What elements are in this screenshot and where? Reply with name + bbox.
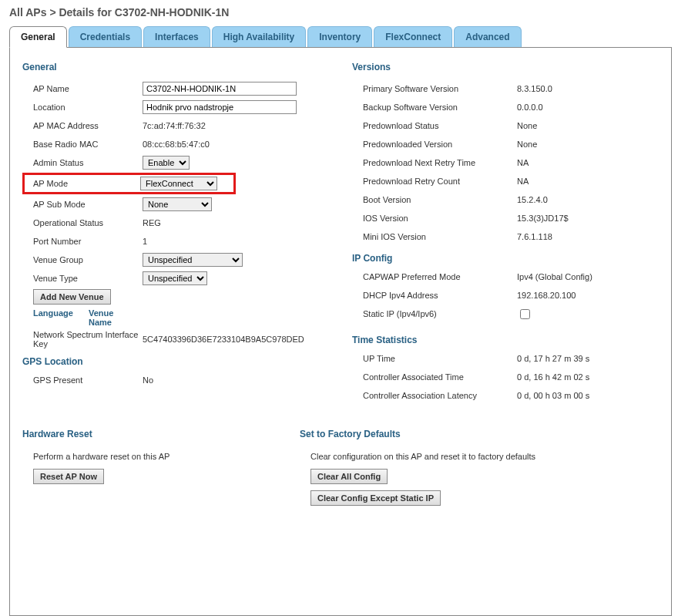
time-stats-title: Time Statistics (352, 335, 659, 345)
tabs: General Credentials Interfaces High Avai… (0, 26, 678, 48)
factory-defaults-section: Set to Factory Defaults Clear configurat… (300, 429, 577, 512)
uptime-label: UP Time (363, 354, 517, 363)
location-input[interactable] (143, 100, 297, 114)
assoc-time-label: Controller Associated Time (363, 372, 517, 382)
admin-status-select[interactable]: Enable (143, 156, 190, 170)
tab-advanced[interactable]: Advanced (454, 26, 521, 48)
ios-ver-value: 15.3(3)JD17$ (517, 214, 569, 223)
assoc-time-value: 0 d, 16 h 42 m 02 s (517, 372, 589, 382)
factory-defaults-desc: Clear configuration on this AP and reset… (300, 447, 577, 469)
venue-type-label: Venue Type (33, 274, 143, 283)
ap-mode-highlight: AP Mode FlexConnect (22, 173, 236, 194)
base-radio-value: 08:cc:68:b5:47:c0 (143, 140, 210, 149)
port-label: Port Number (33, 237, 143, 246)
breadcrumb: All APs > Details for C3702-NH-HODNIK-1N (0, 0, 678, 26)
mini-ios-label: Mini IOS Version (363, 232, 517, 241)
content-panel: General AP Name Location AP MAC Address … (9, 47, 672, 616)
assoc-latency-label: Controller Association Latency (363, 391, 517, 400)
venue-group-select[interactable]: Unspecified (143, 253, 243, 267)
clear-config-except-static-ip-button[interactable]: Clear Config Except Static IP (310, 490, 441, 506)
predl-status-label: Predownload Status (363, 121, 517, 130)
ap-name-label: AP Name (33, 84, 143, 93)
static-ip-checkbox[interactable] (520, 309, 530, 319)
backup-sw-value: 0.0.0.0 (517, 103, 543, 112)
capwap-label: CAPWAP Preferred Mode (363, 272, 517, 281)
ap-mac-value: 7c:ad:74:ff:76:32 (143, 121, 206, 130)
location-label: Location (33, 103, 143, 112)
base-radio-label: Base Radio MAC (33, 140, 143, 149)
clear-all-config-button[interactable]: Clear All Config (310, 469, 388, 484)
assoc-latency-value: 0 d, 00 h 03 m 00 s (517, 391, 589, 400)
op-status-label: Operational Status (33, 218, 143, 227)
venue-name-header: Venue Name (89, 308, 113, 327)
ap-mac-label: AP MAC Address (33, 121, 143, 130)
tab-general[interactable]: General (9, 26, 67, 48)
predl-retry-count-label: Predownload Retry Count (363, 177, 517, 186)
predl-retry-count-value: NA (517, 177, 529, 186)
admin-status-label: Admin Status (33, 158, 143, 167)
tab-inventory[interactable]: Inventory (307, 26, 372, 48)
static-ip-label: Static IP (Ipv4/Ipv6) (363, 309, 517, 318)
gps-present-label: GPS Present (33, 375, 143, 385)
predl-ver-label: Predownloaded Version (363, 140, 517, 149)
primary-sw-value: 8.3.150.0 (517, 84, 552, 93)
tab-flexconnect[interactable]: FlexConnect (374, 26, 452, 48)
capwap-value: Ipv4 (Global Config) (517, 272, 592, 281)
ap-sub-mode-select[interactable]: None (143, 197, 212, 211)
factory-defaults-title: Set to Factory Defaults (300, 429, 577, 439)
predl-ver-value: None (517, 140, 537, 149)
hardware-reset-section: Hardware Reset Perform a hardware reset … (22, 429, 269, 512)
reset-ap-now-button[interactable]: Reset AP Now (33, 469, 104, 484)
venue-type-select[interactable]: Unspecified (143, 271, 207, 285)
add-new-venue-button[interactable]: Add New Venue (33, 289, 111, 305)
hardware-reset-title: Hardware Reset (22, 429, 269, 439)
ip-config-title: IP Config (352, 253, 659, 264)
section-general-title: General (22, 62, 329, 72)
boot-ver-value: 15.2.4.0 (517, 195, 548, 204)
ap-mode-label: AP Mode (33, 179, 140, 188)
primary-sw-label: Primary Software Version (363, 84, 517, 93)
right-column: Versions Primary Software Version8.3.150… (352, 62, 659, 406)
left-column: General AP Name Location AP MAC Address … (22, 62, 329, 406)
backup-sw-label: Backup Software Version (363, 103, 517, 112)
ap-sub-mode-label: AP Sub Mode (33, 200, 143, 209)
predl-retry-time-label: Predownload Next Retry Time (363, 158, 517, 167)
op-status-value: REG (143, 218, 161, 227)
dhcp-value: 192.168.20.100 (517, 291, 576, 300)
gps-present-value: No (143, 375, 153, 385)
nsik-label: Network Spectrum Interface Key (33, 330, 143, 348)
mini-ios-value: 7.6.1.118 (517, 232, 552, 241)
hardware-reset-desc: Perform a hardware reset on this AP (22, 447, 269, 469)
ios-ver-label: IOS Version (363, 214, 517, 223)
predl-status-value: None (517, 121, 537, 130)
versions-title: Versions (352, 62, 659, 72)
dhcp-label: DHCP Ipv4 Address (363, 291, 517, 300)
tab-high-availability[interactable]: High Availability (212, 26, 306, 48)
boot-ver-label: Boot Version (363, 195, 517, 204)
tab-interfaces[interactable]: Interfaces (143, 26, 210, 48)
nsik-value: 5C47403396D36E7233104B9A5C978DED (143, 335, 304, 344)
gps-section-title: GPS Location (22, 356, 329, 367)
venue-group-label: Venue Group (33, 255, 143, 264)
uptime-value: 0 d, 17 h 27 m 39 s (517, 354, 589, 363)
venue-language-header: Language (33, 308, 89, 327)
ap-name-input[interactable] (143, 82, 297, 96)
tab-credentials[interactable]: Credentials (69, 26, 142, 48)
ap-mode-select[interactable]: FlexConnect (140, 177, 217, 190)
predl-retry-time-value: NA (517, 158, 529, 167)
port-value: 1 (143, 237, 147, 246)
